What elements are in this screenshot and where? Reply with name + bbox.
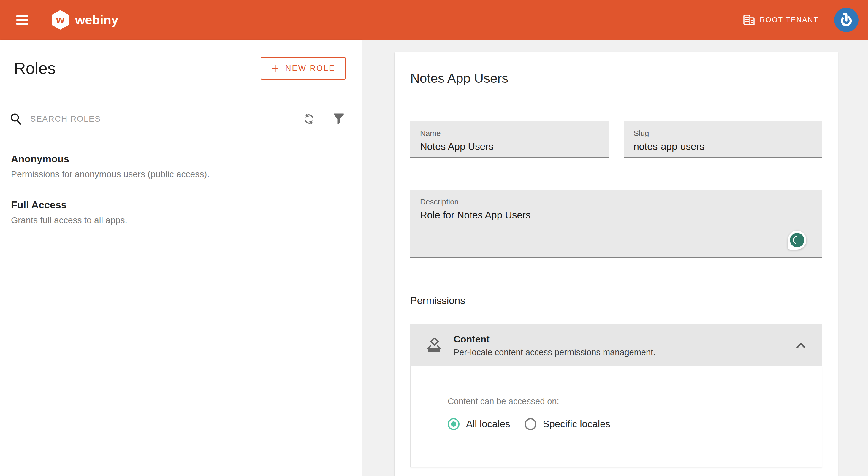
refresh-button[interactable] (302, 112, 316, 126)
specific-locales-label[interactable]: Specific locales (543, 418, 610, 430)
top-bar: w webiny ROOT TENANT (0, 0, 868, 40)
page-title: Roles (14, 59, 56, 78)
brand-wordmark: webiny (75, 14, 119, 26)
slug-input[interactable] (634, 141, 807, 152)
content-ballot-icon (427, 338, 441, 353)
all-locales-radio[interactable] (448, 418, 460, 430)
loading-arc-icon (791, 234, 803, 246)
building-icon (743, 14, 754, 25)
menu-icon[interactable] (16, 15, 28, 25)
content-accordion-header[interactable]: Content Per-locale content access permis… (410, 324, 822, 367)
permissions-heading: Permissions (410, 294, 822, 306)
role-description: Permissions for anonymous users (public … (11, 169, 350, 180)
search-icon (10, 113, 22, 125)
search-bar (0, 97, 362, 141)
specific-locales-radio[interactable] (525, 418, 536, 430)
user-avatar[interactable] (834, 8, 859, 32)
name-field: Name (410, 121, 609, 158)
tenant-name: ROOT TENANT (760, 16, 819, 24)
new-role-button[interactable]: NEW ROLE (261, 57, 345, 80)
all-locales-label[interactable]: All locales (466, 418, 510, 430)
chevron-up-icon[interactable] (796, 343, 806, 348)
roles-list-panel: Roles NEW ROLE (0, 40, 362, 476)
content-accordion-panel: Content can be accessed on: All locales … (410, 367, 822, 467)
filter-button[interactable] (333, 113, 344, 125)
spinner-circle (790, 233, 804, 247)
content-access-label: Content can be accessed on: (448, 396, 822, 406)
role-title: Full Access (11, 199, 350, 211)
role-list-item-anonymous[interactable]: Anonymous Permissions for anonymous user… (0, 141, 362, 187)
role-form-header: Notes App Users (395, 52, 838, 104)
role-form-card: Notes App Users Name Slug Description Ro… (395, 52, 838, 476)
role-title: Anonymous (11, 153, 350, 165)
gravatar-power-icon (839, 12, 854, 27)
description-input[interactable]: Role for Notes App Users (420, 210, 790, 251)
name-input[interactable] (420, 141, 593, 152)
role-detail-area: Notes App Users Name Slug Description Ro… (362, 40, 868, 476)
description-field: Description Role for Notes App Users (410, 190, 822, 258)
search-input[interactable] (30, 114, 302, 124)
locale-options: All locales Specific locales (448, 418, 822, 430)
slug-field: Slug (624, 121, 822, 158)
content-section-title: Content (454, 334, 655, 345)
webiny-logo: w webiny (51, 10, 119, 30)
content-section-subtitle: Per-locale content access permissions ma… (454, 347, 655, 357)
filter-icon (333, 113, 344, 125)
description-field-label: Description (420, 197, 822, 207)
new-role-label: NEW ROLE (285, 64, 335, 73)
refresh-icon (302, 112, 316, 126)
role-list-item-full-access[interactable]: Full Access Grants full access to all ap… (0, 187, 362, 233)
roles-list: Anonymous Permissions for anonymous user… (0, 141, 362, 233)
logo-letter: w (56, 14, 65, 26)
roles-header: Roles NEW ROLE (0, 40, 362, 97)
tenant-selector[interactable]: ROOT TENANT (743, 14, 819, 25)
role-name-title: Notes App Users (410, 71, 508, 86)
role-description: Grants full access to all apps. (11, 215, 350, 226)
plus-icon (271, 64, 279, 72)
name-field-label: Name (420, 129, 609, 138)
chat-widget-spinner[interactable] (788, 230, 806, 250)
webiny-hexagon-icon: w (51, 10, 69, 30)
slug-field-label: Slug (634, 129, 822, 138)
